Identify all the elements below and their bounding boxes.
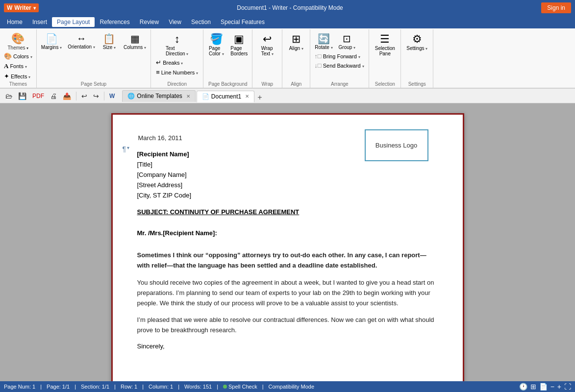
- columns-label: Columns ▾: [124, 45, 146, 50]
- writer-dropdown-arrow[interactable]: ▾: [33, 5, 36, 11]
- ribbon-group-page-setup: 📄 Margins ▾ ↔ Orientation ▾ 📋 Size ▾ ▦ C…: [37, 29, 151, 88]
- ribbon-group-arrange: 🔄 Rotate ▾ ⊡ Group ▾ ↑□ Bring Forward ▾ …: [310, 29, 369, 88]
- menu-insert[interactable]: Insert: [27, 17, 52, 27]
- tab-add-button[interactable]: +: [255, 93, 264, 102]
- page-setup-group-label: Page Setup: [81, 81, 106, 87]
- title-bar-left: W Writer Writer ▾: [4, 3, 39, 12]
- margins-button[interactable]: 📄 Margins ▾: [39, 31, 64, 51]
- menu-special-features[interactable]: Special Features: [216, 17, 270, 27]
- menu-references[interactable]: References: [95, 17, 134, 27]
- menu-home[interactable]: Home: [2, 17, 27, 27]
- align-group-label: Align: [291, 81, 301, 87]
- toolbar-writer-icon[interactable]: W: [107, 92, 117, 100]
- colors-label: Colors ▾: [13, 53, 32, 59]
- text-direction-group-label: Direction: [167, 81, 186, 87]
- page-inner: Business Logo ¶ ▾ March 16, 2011 [Recipi…: [137, 134, 438, 350]
- margins-label: Margins ▾: [41, 45, 62, 50]
- line-numbers-button[interactable]: ≡ Line Numbers ▾: [154, 68, 200, 77]
- group-button[interactable]: ⊡ Group ▾: [336, 31, 358, 51]
- align-label: Align ▾: [289, 46, 303, 51]
- writer-logo[interactable]: W Writer Writer ▾: [4, 3, 39, 12]
- menu-view[interactable]: View: [164, 17, 186, 27]
- wrap-text-button[interactable]: ↩ WrapText ▾: [255, 31, 279, 58]
- tab-online-templates[interactable]: 🌐 Online Templates ✕: [122, 90, 196, 102]
- status-clock-icon[interactable]: 🕐: [519, 383, 527, 391]
- status-column: Column: 1: [149, 384, 173, 390]
- wrap-group-label: Wrap: [261, 81, 273, 87]
- themes-button[interactable]: 🎨 Themes ▾: [5, 31, 30, 51]
- para-marker-dropdown[interactable]: ▾: [127, 145, 129, 153]
- salutation: Mr. /Mrs.[Recipient Name]:: [137, 229, 438, 237]
- toolbar-print[interactable]: 🖨: [48, 91, 59, 101]
- sign-in-button[interactable]: Sign in: [541, 2, 571, 13]
- spell-check-status: Spell Check: [223, 384, 257, 390]
- tab-online-close[interactable]: ✕: [186, 94, 190, 99]
- align-button[interactable]: ⊞ Align ▾: [285, 31, 307, 52]
- toolbar-save[interactable]: 💾: [16, 91, 29, 101]
- text-direction-label: TextDirection ▾: [166, 46, 188, 56]
- toolbar-folder[interactable]: 🗁: [3, 91, 15, 101]
- status-plus-icon[interactable]: +: [557, 383, 561, 391]
- effects-button[interactable]: ✦ Effects ▾: [2, 72, 34, 81]
- arrange-group-label: Arrange: [331, 81, 349, 87]
- send-backward-icon: ↓□: [314, 62, 321, 69]
- themes-label: Themes ▾: [7, 45, 28, 50]
- themes-icon: 🎨: [11, 32, 25, 45]
- status-grid-icon[interactable]: ⊞: [530, 383, 536, 391]
- status-fullscreen-icon[interactable]: ⛶: [564, 383, 571, 391]
- toolbar-separator-2: [104, 92, 104, 100]
- selection-pane-label: SelectionPane: [375, 46, 395, 56]
- writer-logo-w: W: [7, 4, 12, 11]
- ribbon-group-align: ⊞ Align ▾ Align: [282, 29, 310, 88]
- menu-section[interactable]: Section: [186, 17, 216, 27]
- tab-doc1-close[interactable]: ✕: [245, 94, 249, 99]
- toolbar-undo[interactable]: ↩: [79, 91, 90, 101]
- paragraph-3-text: I’m pleased that we were able to resolve…: [137, 316, 434, 334]
- selection-pane-button[interactable]: ☰ SelectionPane: [372, 31, 398, 58]
- toolbar-pdf[interactable]: PDF: [30, 92, 47, 100]
- status-minus-icon[interactable]: −: [550, 383, 554, 391]
- size-icon: 📋: [103, 33, 115, 45]
- rotate-icon: 🔄: [318, 33, 330, 45]
- blank-line-2: [137, 245, 438, 250]
- orientation-label: Orientation ▾: [68, 44, 95, 49]
- breaks-button[interactable]: ↵ Breaks ▾: [154, 58, 200, 67]
- status-words: Words: 151: [184, 384, 212, 390]
- settings-button[interactable]: ⚙ Settings ▾: [404, 31, 430, 52]
- page-color-button[interactable]: 🪣 PageColor ▾: [205, 31, 227, 58]
- breaks-icon: ↵: [156, 59, 161, 66]
- line-numbers-icon: ≡: [156, 69, 160, 76]
- group-icon: ⊡: [343, 33, 351, 45]
- send-backward-button[interactable]: ↓□ Send Backward ▾: [312, 61, 367, 70]
- page-borders-label: PageBorders: [230, 46, 248, 56]
- columns-button[interactable]: ▦ Columns ▾: [121, 31, 149, 51]
- paragraph-1: Sometimes I think our “opposing” attorne…: [137, 250, 438, 271]
- orientation-icon: ↔: [76, 33, 86, 44]
- menu-page-layout[interactable]: Page Layout: [52, 17, 95, 27]
- bring-forward-button[interactable]: ↑□ Bring Forward ▾: [312, 51, 367, 61]
- columns-icon: ▦: [130, 33, 140, 45]
- status-page-view-icon[interactable]: 📄: [539, 383, 548, 391]
- orientation-button[interactable]: ↔ Orientation ▾: [65, 31, 98, 51]
- toolbar-redo[interactable]: ↪: [91, 91, 101, 101]
- document-area: Business Logo ¶ ▾ March 16, 2011 [Recipi…: [0, 103, 575, 381]
- status-separator-2: |: [75, 384, 76, 390]
- rotate-button[interactable]: 🔄 Rotate ▾: [312, 31, 335, 51]
- colors-button[interactable]: 🎨 Colors ▾: [2, 51, 34, 61]
- toolbar-export[interactable]: 📤: [60, 91, 74, 101]
- tab-document1[interactable]: 📄 Document1 ✕: [197, 91, 254, 102]
- page-borders-button[interactable]: ▣ PageBorders: [228, 31, 250, 58]
- ribbon: 🎨 Themes ▾ 🎨 Colors ▾ A Fonts ▾ ✦ Effect…: [0, 28, 575, 89]
- page-color-group-label: Page Background: [208, 81, 248, 87]
- toolbar: 🗁 💾 PDF 🖨 📤 ↩ ↪ W 🌐 Online Templates ✕ 📄…: [0, 89, 575, 103]
- para-marker-icon: ¶: [123, 145, 126, 153]
- text-direction-icon: ↕: [175, 33, 180, 46]
- fonts-button[interactable]: A Fonts ▾: [2, 61, 34, 71]
- title-bar: W Writer Writer ▾ Document1 - Writer - C…: [0, 0, 575, 16]
- menu-review[interactable]: Review: [135, 17, 164, 27]
- size-button[interactable]: 📋 Size ▾: [99, 31, 120, 51]
- status-section: Section: 1/1: [81, 384, 109, 390]
- selection-group-label: Selection: [375, 81, 395, 87]
- para-marker-area: ¶ ▾: [123, 145, 130, 153]
- text-direction-button[interactable]: ↕ TextDirection ▾: [163, 31, 191, 58]
